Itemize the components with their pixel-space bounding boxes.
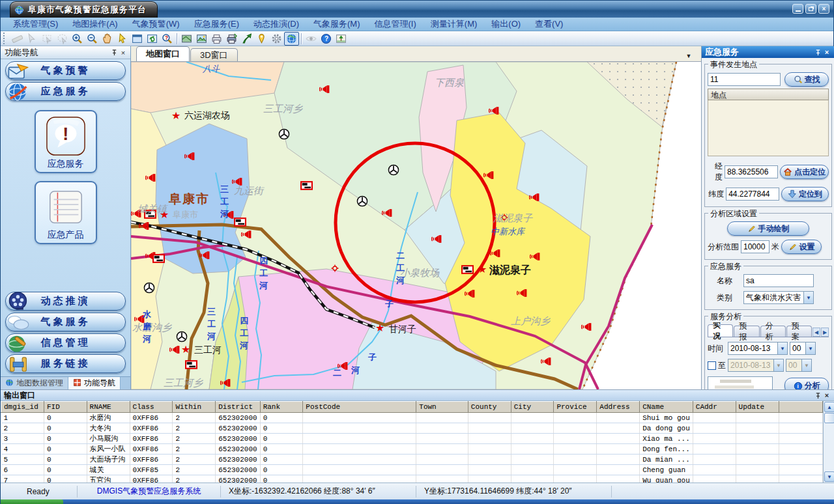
menu-item[interactable]: 信息管理(I) — [367, 18, 424, 31]
find-button[interactable]: 查找 — [784, 72, 829, 87]
toolbar-export-image-button[interactable] — [194, 32, 209, 46]
toolbar-layers-button[interactable] — [179, 32, 194, 46]
scroll-right-icon[interactable]: ▶ — [821, 328, 829, 337]
column-header-District[interactable]: District — [216, 402, 260, 413]
sidebar-item-服务链接[interactable]: 服务链接 — [5, 354, 126, 373]
service-tab-预报[interactable]: 预报 — [734, 326, 759, 337]
toolbar-pointer-button[interactable] — [115, 32, 130, 46]
column-header-RNAME[interactable]: RNAME — [87, 402, 130, 413]
table-row[interactable]: 60城关0XFF8526523020000Cheng guan — [1, 465, 823, 475]
date-select[interactable]: 2010-08-13 ▼ — [728, 342, 788, 355]
toolbar-scene-button[interactable] — [334, 32, 349, 46]
menu-item[interactable]: 气象服务(M) — [306, 18, 367, 31]
table-row[interactable]: 10水磨沟0XFF8626523020000Shui mo gou — [1, 413, 823, 423]
pin-icon[interactable] — [109, 48, 119, 57]
column-header-Rank[interactable]: Rank — [260, 402, 303, 413]
table-row[interactable]: 30小马厩沟0XFF8626523020000Xiao ma ... — [1, 434, 823, 444]
map-tab-dropdown-icon[interactable]: ▼ — [683, 51, 695, 61]
table-row[interactable]: 70五官沟0XFF8626523020000Wu guan gou — [1, 475, 823, 483]
column-header-Address[interactable]: Address — [597, 402, 640, 413]
toolbar-select-button[interactable] — [25, 32, 40, 46]
service-type-select[interactable]: 气象和洪水灾害 ▼ — [743, 291, 814, 304]
column-header-Update[interactable]: Update — [736, 402, 779, 413]
locate-to-button[interactable]: 定位到 — [781, 187, 829, 201]
column-header-Town[interactable]: Town — [416, 402, 468, 413]
column-header-City[interactable]: City — [511, 402, 554, 413]
latitude-input[interactable] — [726, 188, 779, 201]
column-header-Class[interactable]: Class — [130, 402, 173, 413]
location-list[interactable] — [708, 100, 829, 156]
menu-item[interactable]: 应急服务(E) — [187, 18, 246, 31]
service-name-input[interactable] — [743, 274, 814, 287]
toolbar-full-extent-button[interactable] — [130, 32, 145, 46]
output-vertical-scrollbar[interactable]: ▲ ▼ — [823, 401, 834, 483]
menu-item[interactable]: 测量计算(M) — [424, 18, 485, 31]
chevron-down-icon[interactable]: ▼ — [777, 343, 787, 354]
menu-item[interactable]: 地图操作(A) — [65, 18, 124, 31]
column-header-Provice[interactable]: Provice — [554, 402, 597, 413]
scrollbar-thumb[interactable] — [824, 413, 834, 423]
toolbar-grip[interactable] — [3, 33, 7, 44]
table-row[interactable]: 20大冬沟0XFF8626523020000Da dong gou — [1, 423, 823, 434]
tool-button-应急服务[interactable]: 应急服务 — [35, 110, 97, 173]
toolbar-settings-button[interactable] — [269, 32, 284, 46]
table-row[interactable]: 50大面场子沟0XFF8626523020000Da mian ... — [1, 455, 823, 465]
close-icon[interactable]: × — [822, 48, 831, 57]
restore-button[interactable] — [805, 4, 816, 14]
toolbar-zoom-in-button[interactable] — [70, 32, 85, 46]
sidebar-item-气象服务[interactable]: 气象服务 — [5, 313, 126, 331]
pin-icon[interactable] — [813, 48, 822, 57]
chevron-down-icon[interactable]: ▼ — [805, 343, 815, 354]
toolbar-refresh-button[interactable] — [145, 32, 160, 46]
toolbar-pan-button[interactable] — [100, 32, 115, 46]
menu-item[interactable]: 输出(O) — [484, 18, 528, 31]
sidebar-item-应急服务[interactable]: 应急服务 — [5, 82, 126, 101]
close-icon[interactable]: × — [822, 391, 831, 400]
menu-item[interactable]: 查看(V) — [528, 18, 570, 31]
menu-item[interactable]: 气象预警(W) — [125, 18, 187, 31]
toolbar-go-pointer-button[interactable] — [239, 32, 254, 46]
longitude-input[interactable] — [725, 165, 778, 178]
click-locate-button[interactable]: 点击定位 — [780, 165, 829, 179]
toolbar-select-area-button[interactable] — [55, 32, 70, 46]
set-range-button[interactable]: 设置 — [781, 240, 822, 254]
hour-select[interactable]: 00 ▼ — [790, 342, 816, 355]
scroll-up-icon[interactable]: ▲ — [824, 402, 834, 412]
sidebar-item-气象预警[interactable]: 气象预警 — [5, 61, 126, 80]
sidebar-item-动态推演[interactable]: 动态推演 — [5, 292, 126, 311]
location-search-input[interactable] — [708, 73, 781, 86]
pin-icon[interactable] — [813, 391, 822, 400]
toolbar-help-button[interactable] — [319, 32, 334, 46]
close-button[interactable]: × — [818, 4, 829, 14]
toolbar-print-button[interactable] — [209, 32, 224, 46]
tool-button-应急产品[interactable]: 应急产品 — [35, 181, 97, 244]
service-tab-预案[interactable]: 预案 — [786, 326, 812, 337]
column-header-County[interactable]: County — [468, 402, 511, 413]
menu-item[interactable]: 系统管理(S) — [6, 18, 65, 31]
toolbar-print-alt-button[interactable] — [224, 32, 239, 46]
map-tab-地图窗口[interactable]: 地图窗口 — [136, 46, 190, 61]
to-date-checkbox[interactable] — [708, 361, 716, 370]
panel-tab-功能导航[interactable]: 功能导航 — [68, 377, 121, 389]
table-row[interactable]: 40东风一小队0XFF8626523020000Dong fen... — [1, 444, 823, 455]
element-preview-box[interactable] — [708, 376, 773, 389]
column-header-CName[interactable]: CName — [640, 402, 693, 413]
scroll-left-icon[interactable]: ◀ — [812, 328, 820, 337]
toolbar-visibility-button[interactable] — [304, 32, 319, 46]
panel-tab-地图数据管理[interactable]: 地图数据管理 — [1, 377, 68, 389]
toolbar-zoom-out-button[interactable] — [85, 32, 100, 46]
column-header-dmgis_id[interactable]: dmgis_id — [1, 402, 44, 413]
toolbar-globe-service-button[interactable] — [284, 32, 299, 46]
toolbar-select-rect-button[interactable] — [40, 32, 55, 46]
column-header-CAddr[interactable]: CAddr — [693, 402, 736, 413]
sidebar-item-信息管理[interactable]: 信息管理 — [5, 333, 126, 352]
map-tab-3D窗口[interactable]: 3D窗口 — [190, 48, 238, 61]
toolbar-identify-button[interactable] — [160, 32, 175, 46]
column-header-Within[interactable]: Within — [173, 402, 216, 413]
analysis-range-input[interactable] — [741, 240, 769, 253]
close-icon[interactable]: × — [119, 48, 128, 57]
minimize-button[interactable] — [792, 4, 803, 14]
toolbar-measure-button[interactable] — [10, 32, 25, 46]
service-tab-实况[interactable]: 实况 — [708, 324, 733, 337]
manual-draw-button[interactable]: 手动绘制 — [727, 221, 809, 236]
